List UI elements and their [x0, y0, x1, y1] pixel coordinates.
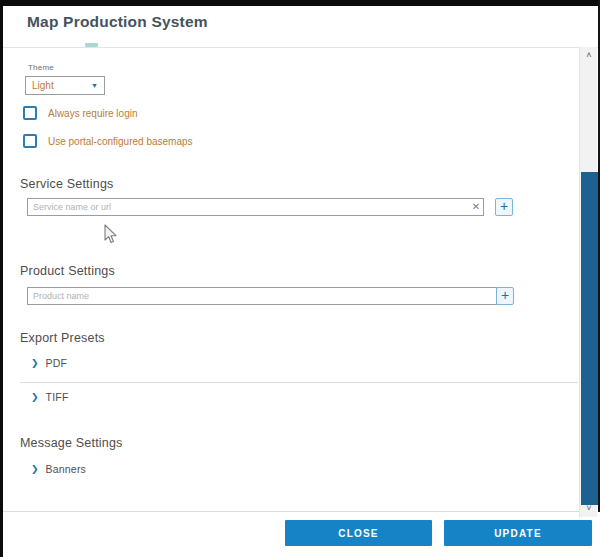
product-settings-heading: Product Settings	[20, 264, 115, 278]
service-settings-heading: Service Settings	[20, 177, 114, 191]
portal-basemaps-label: Use portal-configured basemaps	[48, 136, 193, 147]
theme-select[interactable]: Light ▼	[25, 76, 105, 95]
always-require-login-label: Always require login	[48, 108, 138, 119]
dialog-title: Map Production System	[27, 13, 208, 31]
scrollbar-thumb[interactable]	[581, 172, 598, 505]
message-settings-heading: Message Settings	[20, 436, 123, 450]
always-require-login-checkbox[interactable]	[23, 106, 37, 120]
caret-down-icon: ▼	[91, 82, 98, 89]
vertical-scrollbar[interactable]: ˄ ˅	[579, 47, 597, 517]
theme-label: Theme	[28, 63, 54, 72]
header-divider	[3, 47, 598, 48]
frame-edge-left	[0, 0, 3, 557]
service-name-input[interactable]	[27, 198, 484, 216]
always-require-login-row: Always require login	[23, 106, 138, 120]
portal-basemaps-checkbox[interactable]	[23, 134, 37, 148]
export-presets-heading: Export Presets	[20, 331, 105, 345]
update-button[interactable]: UPDATE	[444, 520, 592, 546]
frame-edge-top	[0, 0, 600, 6]
banners-label: Banners	[46, 463, 87, 475]
preset-divider	[20, 382, 578, 383]
banners-expander[interactable]: ❯ Banners	[31, 463, 86, 475]
footer-divider	[3, 511, 597, 512]
chevron-right-icon: ❯	[31, 359, 39, 368]
mouse-cursor-icon	[103, 224, 117, 245]
scrollbar-down-icon[interactable]: ˅	[580, 502, 598, 515]
portal-basemaps-row: Use portal-configured basemaps	[23, 134, 193, 148]
scrollbar-up-icon[interactable]: ˄	[580, 49, 598, 62]
add-service-button[interactable]: +	[495, 198, 513, 216]
close-button[interactable]: CLOSE	[285, 520, 432, 546]
map-production-system-dialog: Map Production System Theme Light ▼ Alwa…	[0, 0, 600, 557]
product-name-input[interactable]	[27, 287, 497, 305]
tiff-preset-expander[interactable]: ❯ TIFF	[31, 391, 69, 403]
chevron-right-icon: ❯	[31, 465, 39, 474]
chevron-right-icon: ❯	[31, 393, 39, 402]
theme-select-value: Light	[32, 80, 54, 91]
tiff-preset-label: TIFF	[46, 391, 69, 403]
clear-icon[interactable]: ✕	[470, 201, 482, 213]
add-product-button[interactable]: +	[496, 287, 514, 305]
pdf-preset-expander[interactable]: ❯ PDF	[31, 357, 67, 369]
pdf-preset-label: PDF	[46, 357, 68, 369]
